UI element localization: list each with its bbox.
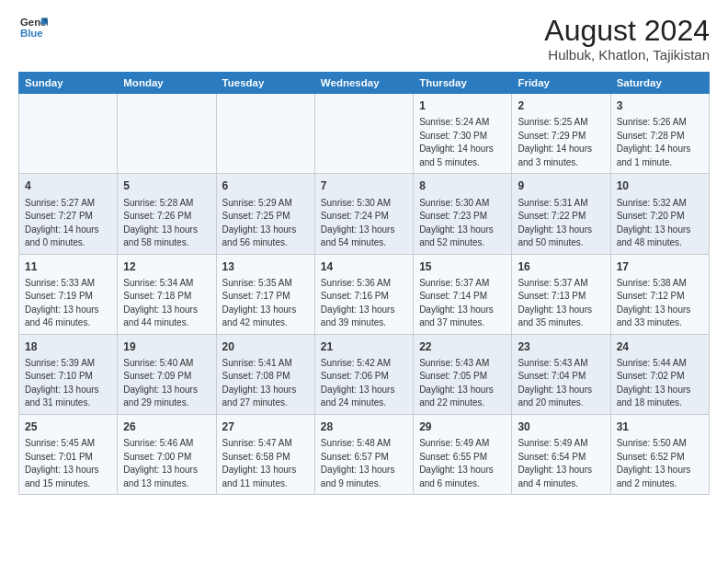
calendar-cell: 20Sunrise: 5:41 AMSunset: 7:08 PMDayligh… xyxy=(216,334,314,414)
day-number: 11 xyxy=(25,259,111,274)
calendar-cell: 7Sunrise: 5:30 AMSunset: 7:24 PMDaylight… xyxy=(314,174,413,254)
day-number: 14 xyxy=(321,259,407,274)
day-number: 1 xyxy=(419,98,506,113)
day-number: 23 xyxy=(518,339,604,354)
calendar-cell xyxy=(216,94,314,174)
calendar-cell: 24Sunrise: 5:44 AMSunset: 7:02 PMDayligh… xyxy=(610,334,709,414)
day-number: 9 xyxy=(518,178,604,193)
day-info: Sunrise: 5:39 AMSunset: 7:10 PMDaylight:… xyxy=(25,358,99,408)
day-number: 30 xyxy=(518,419,604,434)
day-number: 7 xyxy=(321,178,407,193)
day-info: Sunrise: 5:44 AMSunset: 7:02 PMDaylight:… xyxy=(617,358,691,408)
calendar-cell: 22Sunrise: 5:43 AMSunset: 7:05 PMDayligh… xyxy=(414,334,512,414)
day-number: 28 xyxy=(321,419,407,434)
calendar-cell: 9Sunrise: 5:31 AMSunset: 7:22 PMDaylight… xyxy=(512,174,610,254)
calendar-cell: 10Sunrise: 5:32 AMSunset: 7:20 PMDayligh… xyxy=(610,174,709,254)
day-number: 15 xyxy=(419,259,506,274)
calendar-cell: 25Sunrise: 5:45 AMSunset: 7:01 PMDayligh… xyxy=(19,414,118,494)
calendar-cell: 8Sunrise: 5:30 AMSunset: 7:23 PMDaylight… xyxy=(414,174,512,254)
calendar-cell: 11Sunrise: 5:33 AMSunset: 7:19 PMDayligh… xyxy=(19,254,118,334)
calendar-cell: 4Sunrise: 5:27 AMSunset: 7:27 PMDaylight… xyxy=(19,174,118,254)
day-info: Sunrise: 5:47 AMSunset: 6:58 PMDaylight:… xyxy=(222,438,297,488)
day-number: 26 xyxy=(123,419,210,434)
title-block: August 2024 Hulbuk, Khatlon, Tajikistan xyxy=(544,15,710,63)
day-number: 10 xyxy=(617,178,703,193)
day-info: Sunrise: 5:27 AMSunset: 7:27 PMDaylight:… xyxy=(25,198,99,248)
day-info: Sunrise: 5:38 AMSunset: 7:12 PMDaylight:… xyxy=(617,278,691,328)
day-info: Sunrise: 5:26 AMSunset: 7:28 PMDaylight:… xyxy=(617,117,691,167)
calendar-cell: 3Sunrise: 5:26 AMSunset: 7:28 PMDaylight… xyxy=(610,94,709,174)
day-number: 19 xyxy=(123,339,210,354)
day-info: Sunrise: 5:46 AMSunset: 7:00 PMDaylight:… xyxy=(123,438,198,488)
day-info: Sunrise: 5:36 AMSunset: 7:16 PMDaylight:… xyxy=(321,278,395,328)
header: General Blue August 2024 Hulbuk, Khatlon… xyxy=(18,15,710,63)
calendar-cell: 18Sunrise: 5:39 AMSunset: 7:10 PMDayligh… xyxy=(19,334,118,414)
day-info: Sunrise: 5:29 AMSunset: 7:25 PMDaylight:… xyxy=(222,198,297,248)
day-info: Sunrise: 5:24 AMSunset: 7:30 PMDaylight:… xyxy=(419,117,494,167)
day-number: 31 xyxy=(617,419,703,434)
week-row-3: 11Sunrise: 5:33 AMSunset: 7:19 PMDayligh… xyxy=(19,254,710,334)
calendar-cell xyxy=(118,94,216,174)
day-info: Sunrise: 5:35 AMSunset: 7:17 PMDaylight:… xyxy=(222,278,297,328)
calendar-header: Sunday Monday Tuesday Wednesday Thursday… xyxy=(19,73,710,94)
calendar-cell: 21Sunrise: 5:42 AMSunset: 7:06 PMDayligh… xyxy=(314,334,413,414)
svg-text:Blue: Blue xyxy=(20,28,43,39)
day-info: Sunrise: 5:49 AMSunset: 6:54 PMDaylight:… xyxy=(518,438,592,488)
day-info: Sunrise: 5:43 AMSunset: 7:05 PMDaylight:… xyxy=(419,358,494,408)
calendar-cell: 28Sunrise: 5:48 AMSunset: 6:57 PMDayligh… xyxy=(314,414,413,494)
col-wednesday: Wednesday xyxy=(314,73,413,94)
day-number: 2 xyxy=(518,98,604,113)
day-number: 5 xyxy=(123,178,210,193)
logo: General Blue xyxy=(18,15,48,40)
calendar-title: August 2024 xyxy=(544,15,710,47)
calendar-cell: 2Sunrise: 5:25 AMSunset: 7:29 PMDaylight… xyxy=(512,94,610,174)
col-saturday: Saturday xyxy=(610,73,709,94)
calendar-cell: 27Sunrise: 5:47 AMSunset: 6:58 PMDayligh… xyxy=(216,414,314,494)
day-number: 16 xyxy=(518,259,604,274)
calendar-cell: 29Sunrise: 5:49 AMSunset: 6:55 PMDayligh… xyxy=(414,414,512,494)
calendar-cell: 23Sunrise: 5:43 AMSunset: 7:04 PMDayligh… xyxy=(512,334,610,414)
day-info: Sunrise: 5:37 AMSunset: 7:13 PMDaylight:… xyxy=(518,278,592,328)
day-info: Sunrise: 5:45 AMSunset: 7:01 PMDaylight:… xyxy=(25,438,99,488)
week-row-2: 4Sunrise: 5:27 AMSunset: 7:27 PMDaylight… xyxy=(19,174,710,254)
calendar-cell: 31Sunrise: 5:50 AMSunset: 6:52 PMDayligh… xyxy=(610,414,709,494)
week-row-1: 1Sunrise: 5:24 AMSunset: 7:30 PMDaylight… xyxy=(19,94,710,174)
calendar-subtitle: Hulbuk, Khatlon, Tajikistan xyxy=(544,47,710,63)
day-info: Sunrise: 5:31 AMSunset: 7:22 PMDaylight:… xyxy=(518,198,592,248)
col-thursday: Thursday xyxy=(414,73,512,94)
day-info: Sunrise: 5:42 AMSunset: 7:06 PMDaylight:… xyxy=(321,358,395,408)
day-number: 6 xyxy=(222,178,309,193)
col-sunday: Sunday xyxy=(19,73,118,94)
day-number: 3 xyxy=(617,98,703,113)
day-number: 4 xyxy=(25,178,111,193)
day-number: 27 xyxy=(222,419,309,434)
day-number: 25 xyxy=(25,419,111,434)
day-info: Sunrise: 5:40 AMSunset: 7:09 PMDaylight:… xyxy=(123,358,198,408)
calendar-cell: 30Sunrise: 5:49 AMSunset: 6:54 PMDayligh… xyxy=(512,414,610,494)
day-info: Sunrise: 5:48 AMSunset: 6:57 PMDaylight:… xyxy=(321,438,395,488)
calendar-cell: 1Sunrise: 5:24 AMSunset: 7:30 PMDaylight… xyxy=(414,94,512,174)
calendar-cell: 19Sunrise: 5:40 AMSunset: 7:09 PMDayligh… xyxy=(118,334,216,414)
day-number: 17 xyxy=(617,259,703,274)
day-info: Sunrise: 5:28 AMSunset: 7:26 PMDaylight:… xyxy=(123,198,198,248)
day-info: Sunrise: 5:50 AMSunset: 6:52 PMDaylight:… xyxy=(617,438,691,488)
day-info: Sunrise: 5:33 AMSunset: 7:19 PMDaylight:… xyxy=(25,278,99,328)
calendar-cell: 15Sunrise: 5:37 AMSunset: 7:14 PMDayligh… xyxy=(414,254,512,334)
day-number: 8 xyxy=(419,178,506,193)
day-info: Sunrise: 5:32 AMSunset: 7:20 PMDaylight:… xyxy=(617,198,691,248)
header-row: Sunday Monday Tuesday Wednesday Thursday… xyxy=(19,73,710,94)
day-info: Sunrise: 5:43 AMSunset: 7:04 PMDaylight:… xyxy=(518,358,592,408)
day-number: 22 xyxy=(419,339,506,354)
calendar-cell: 6Sunrise: 5:29 AMSunset: 7:25 PMDaylight… xyxy=(216,174,314,254)
calendar-cell: 12Sunrise: 5:34 AMSunset: 7:18 PMDayligh… xyxy=(118,254,216,334)
col-monday: Monday xyxy=(118,73,216,94)
day-info: Sunrise: 5:30 AMSunset: 7:23 PMDaylight:… xyxy=(419,198,494,248)
day-number: 12 xyxy=(123,259,210,274)
calendar-cell: 13Sunrise: 5:35 AMSunset: 7:17 PMDayligh… xyxy=(216,254,314,334)
page: General Blue August 2024 Hulbuk, Khatlon… xyxy=(0,0,728,506)
col-friday: Friday xyxy=(512,73,610,94)
day-number: 18 xyxy=(25,339,111,354)
day-info: Sunrise: 5:49 AMSunset: 6:55 PMDaylight:… xyxy=(419,438,494,488)
day-info: Sunrise: 5:30 AMSunset: 7:24 PMDaylight:… xyxy=(321,198,395,248)
calendar-cell: 14Sunrise: 5:36 AMSunset: 7:16 PMDayligh… xyxy=(314,254,413,334)
